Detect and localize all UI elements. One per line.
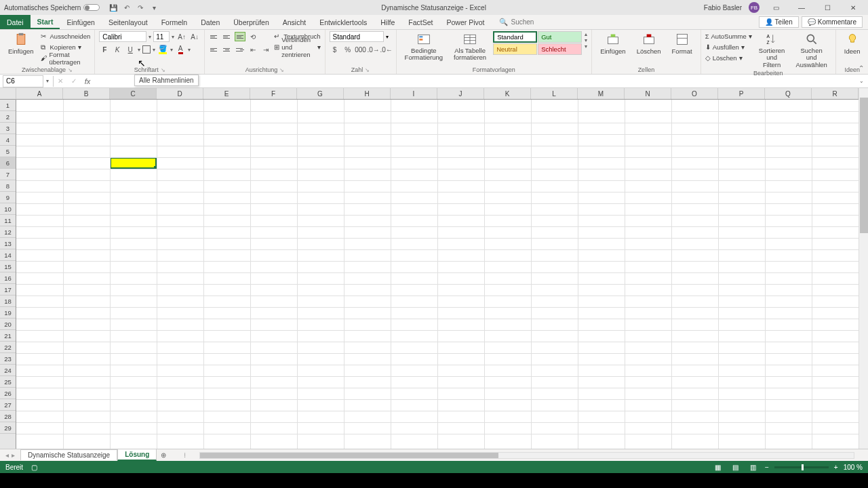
clear-button[interactable]: ◇Löschen▾ [705,53,752,63]
row-header[interactable]: 5 [0,146,16,157]
sheet-tab-2[interactable]: Lösung [117,449,157,461]
font-size-select[interactable]: 11 [153,31,170,42]
orientation-icon[interactable]: ⟲ [248,31,258,42]
sheet-tab-1[interactable]: Dynamische Statusanzeige [20,449,117,460]
ideas-button[interactable]: Ideen [840,31,865,56]
number-format-select[interactable]: Standard [330,31,384,42]
row-header[interactable]: 17 [0,284,16,296]
row-header[interactable]: 16 [0,272,16,284]
column-header[interactable]: C [110,88,157,99]
styles-more[interactable]: ▴▾▾ [585,31,587,49]
save-icon[interactable]: 💾 [109,3,117,12]
tab-review[interactable]: Überprüfen [226,15,276,29]
column-header[interactable]: E [203,88,250,99]
launcher-icon[interactable]: ↘ [161,67,165,73]
page-break-icon[interactable]: ▥ [747,462,760,472]
horizontal-scrollbar[interactable] [199,452,854,459]
increase-font-icon[interactable]: A↑ [176,31,187,42]
minimize-icon[interactable]: — [792,1,811,14]
row-header[interactable]: 13 [0,238,16,249]
name-box-dropdown-icon[interactable]: ▾ [46,78,53,84]
column-header[interactable]: D [157,88,203,99]
chevron-down-icon[interactable]: ▾ [172,34,174,40]
share-button[interactable]: 👤Teilen [759,16,799,28]
tab-file[interactable]: Datei [0,15,31,29]
row-header[interactable]: 11 [0,215,16,226]
tab-developer[interactable]: Entwicklertools [313,15,374,29]
chevron-down-icon[interactable]: ▾ [153,47,155,53]
row-header[interactable]: 19 [0,307,16,319]
column-header[interactable]: N [625,88,671,99]
row-header[interactable]: 1 [0,100,16,111]
column-header[interactable]: G [297,88,344,99]
collapse-ribbon-icon[interactable]: ⌃ [859,64,864,72]
vertical-scrollbar[interactable] [859,88,868,449]
sheet-prev-icon[interactable]: ◂ [5,451,9,459]
align-middle-icon[interactable] [222,32,233,41]
cut-button[interactable]: ✂Ausschneiden [41,31,91,41]
row-header[interactable]: 2 [0,111,16,123]
row-header[interactable]: 26 [0,388,16,399]
autosave-toggle[interactable]: Automatisches Speichern [0,4,104,12]
zoom-in-icon[interactable]: + [834,464,838,471]
tab-insert[interactable]: Einfügen [60,15,101,29]
cancel-formula-icon[interactable]: ✕ [54,77,67,85]
chevron-down-icon[interactable]: ▾ [386,34,389,40]
increase-decimal-icon[interactable]: .0→ [368,44,379,55]
row-header[interactable]: 9 [0,192,16,203]
sheet-next-icon[interactable]: ▸ [12,451,15,459]
format-painter-button[interactable]: 🖌Format übertragen [41,53,91,63]
tab-help[interactable]: Hilfe [374,15,401,29]
launcher-icon[interactable]: ↘ [279,67,284,73]
chevron-down-icon[interactable]: ▾ [170,47,173,53]
column-header[interactable]: O [671,88,718,99]
row-header[interactable]: 15 [0,261,16,272]
conditional-format-button[interactable]: Bedingte Formatierung [401,31,447,63]
tab-data[interactable]: Daten [194,15,226,29]
row-header[interactable]: 8 [0,180,16,192]
insert-cells-button[interactable]: Einfügen [596,31,630,56]
macro-record-icon[interactable]: ▢ [31,464,37,471]
align-left-icon[interactable] [209,45,220,54]
row-header[interactable]: 10 [0,203,16,215]
search-input[interactable] [511,18,565,26]
column-header[interactable]: A [16,88,63,99]
decrease-indent-icon[interactable]: ⇤ [248,44,258,55]
align-right-icon[interactable] [235,45,245,54]
column-header[interactable]: P [718,88,765,99]
row-header[interactable]: 21 [0,330,16,342]
column-header[interactable]: K [484,88,531,99]
select-all-corner[interactable] [0,88,16,100]
row-header[interactable]: 7 [0,169,16,180]
row-header[interactable]: 14 [0,249,16,261]
accept-formula-icon[interactable]: ✓ [67,77,81,85]
row-header[interactable]: 25 [0,376,16,388]
fx-icon[interactable]: fx [81,77,94,85]
column-header[interactable]: M [578,88,625,99]
user-avatar[interactable]: FB [749,2,760,13]
row-header[interactable]: 3 [0,123,16,134]
comments-button[interactable]: 💬Kommentare [802,16,863,28]
fill-button[interactable]: ⬇Ausfüllen▾ [705,42,752,52]
row-header[interactable]: 29 [0,422,16,434]
tab-factset[interactable]: FactSet [401,15,439,29]
chevron-down-icon[interactable]: ▾ [188,47,191,53]
add-sheet-button[interactable]: ⊕ [157,451,170,459]
align-center-icon[interactable] [222,45,233,54]
sheet-nav[interactable]: ◂▸ [0,451,20,459]
style-neutral[interactable]: Neutral [493,43,537,55]
cells-area[interactable] [16,100,859,449]
percent-icon[interactable]: % [342,44,353,55]
redo-icon[interactable]: ↷ [136,3,144,12]
column-header[interactable]: Q [765,88,812,99]
underline-button[interactable]: U [125,44,136,55]
paste-button[interactable]: Einfügen [4,31,38,56]
find-select-button[interactable]: Suchen und Auswählen [791,31,831,70]
row-header[interactable]: 20 [0,319,16,330]
tab-powerpivot[interactable]: Power Pivot [439,15,491,29]
column-header[interactable]: I [391,88,437,99]
format-cells-button[interactable]: Format [668,31,696,56]
tab-layout[interactable]: Seitenlayout [102,15,155,29]
format-table-button[interactable]: Als Tabelle formatieren [450,31,490,63]
row-header[interactable]: 23 [0,353,16,365]
